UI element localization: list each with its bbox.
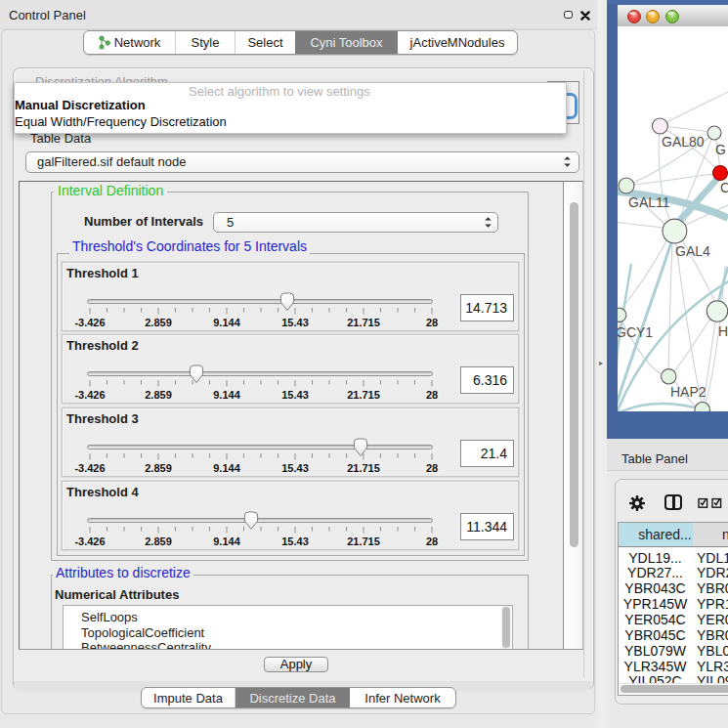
svg-text:C: C bbox=[720, 180, 728, 195]
svg-text:H: H bbox=[718, 323, 728, 339]
svg-text:GCY1: GCY1 bbox=[618, 324, 653, 340]
svg-text:GAL4: GAL4 bbox=[675, 243, 710, 259]
svg-text:HAP2: HAP2 bbox=[670, 384, 707, 400]
svg-text:GAL80: GAL80 bbox=[662, 134, 705, 150]
svg-text:G: G bbox=[715, 142, 726, 157]
svg-text:GAL11: GAL11 bbox=[628, 194, 670, 210]
